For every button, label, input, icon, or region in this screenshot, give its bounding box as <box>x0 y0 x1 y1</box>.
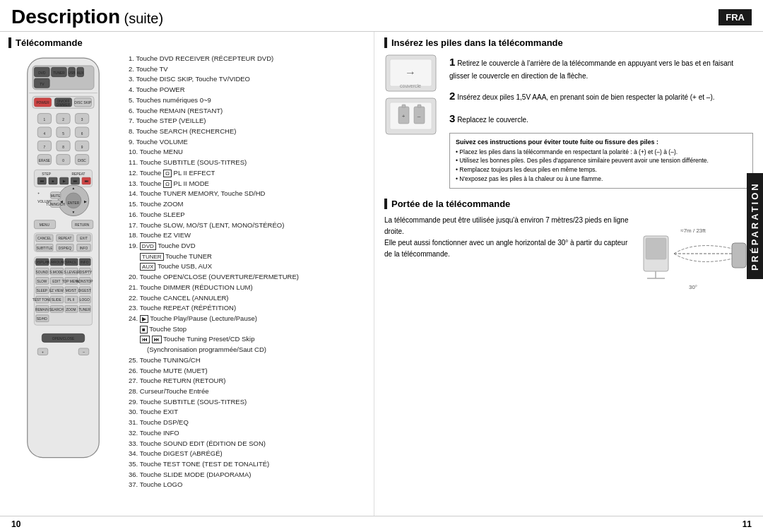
svg-text:DIGEST: DIGEST <box>78 289 91 292</box>
instruction-4: 4. Touche POWER <box>129 85 365 95</box>
svg-text:TEST TONE: TEST TONE <box>32 298 52 302</box>
svg-text:TV: TV <box>40 83 45 86</box>
svg-text:MO/ST: MO/ST <box>66 289 76 292</box>
svg-text:REPEAT: REPEAT <box>72 172 85 176</box>
instruction-19b: TUNER Touche TUNER <box>140 252 365 262</box>
battery-images: → couvercle + – <box>384 54 441 136</box>
svg-text:8: 8 <box>62 146 64 149</box>
svg-text:⏭: ⏭ <box>85 179 88 183</box>
instruction-21: 21. Touche DIMMER (RÉDUCTION LUM) <box>129 283 365 293</box>
svg-text:MUTE: MUTE <box>51 194 61 198</box>
svg-text:3: 3 <box>81 118 83 122</box>
svg-text:7: 7 <box>44 146 46 149</box>
svg-text:30°: 30° <box>689 284 697 290</box>
instruction-5: 5. Touches numériques 0~9 <box>129 95 365 106</box>
svg-text:▶: ▶ <box>84 200 87 203</box>
step1-text: 1 Retirez le couvercle à l'arrière de la… <box>449 54 753 82</box>
svg-rect-152 <box>402 105 406 107</box>
svg-text:9: 9 <box>81 146 83 149</box>
instruction-24d: (Synchronisation programmée/Saut CD) <box>147 345 365 355</box>
svg-rect-158 <box>646 238 666 259</box>
range-text-2: Elle peut aussi fonctionner avec un angl… <box>384 237 633 260</box>
svg-text:6: 6 <box>81 132 83 136</box>
warning-item-4: • N'exposez pas les piles à la chaleur o… <box>456 175 747 184</box>
instruction-10: 10. Touche MENU <box>129 147 365 158</box>
svg-text:SLEEP: SLEEP <box>37 289 48 292</box>
instruction-12: 12. Touche Ω PL II EFFECT <box>129 168 365 179</box>
svg-text:S.MODE: S.MODE <box>49 271 64 274</box>
instruction-24a: 24. ▶ Touche Play/Pause (Lecture/Pause) <box>129 314 365 324</box>
instruction-18: 18. Touche EZ VIEW <box>129 230 365 241</box>
battery-content: → couvercle + – <box>384 54 753 189</box>
step2-text: 2 Insérez deux piles 1,5V AAA, en prenan… <box>449 88 753 105</box>
remote-control-image: DVD TUNER USB AUX TV POWER <box>8 54 122 490</box>
svg-text:≈7m / 23ft: ≈7m / 23ft <box>680 227 706 234</box>
page-number-right: 11 <box>743 519 752 529</box>
svg-text:+: + <box>402 113 406 119</box>
instruction-24b: ■ Touche Stop <box>140 324 365 335</box>
svg-text:LOGO: LOGO <box>80 298 90 302</box>
svg-text:DIMMER: DIMMER <box>57 103 71 107</box>
svg-text:SLOW: SLOW <box>37 280 47 283</box>
svg-text:TUNING/CH: TUNING/CH <box>46 203 65 206</box>
svg-text:OPEN/CLOSE: OPEN/CLOSE <box>52 337 75 341</box>
range-diagram: 30° ≈7m / 23ft <box>640 215 753 292</box>
instruction-15: 15. Touche ZOOM <box>129 199 365 210</box>
svg-text:+: + <box>37 191 40 195</box>
battery-insert-illustration: + – <box>384 97 437 136</box>
instruction-32: 32. Touche INFO <box>129 428 365 439</box>
svg-text:▼: ▼ <box>72 211 76 214</box>
svg-text:SURROUND: SURROUND <box>47 261 66 264</box>
svg-text:STEP: STEP <box>42 172 51 176</box>
main-content: Télécommande DVD TUNER USB <box>0 32 763 516</box>
instruction-30: 30. Touche EXIT <box>129 407 365 418</box>
warning-item-2: • Utilisez les bonnes piles. Des piles d… <box>456 156 747 165</box>
page-title: Description (suite) <box>11 6 163 28</box>
svg-text:+: + <box>42 350 44 354</box>
step3-text: 3 Replacez le couvercle. <box>449 110 753 127</box>
svg-text:EXIT: EXIT <box>80 237 88 240</box>
instruction-17: 17. Touche SLOW, MO/ST (LENT, MONO/STÉRÉ… <box>129 220 365 231</box>
svg-text:PL II: PL II <box>67 298 74 302</box>
svg-text:SOUND: SOUND <box>36 271 49 274</box>
svg-text:INFO: INFO <box>81 261 89 264</box>
svg-text:■: ■ <box>52 179 54 183</box>
svg-text:EZ VIEW: EZ VIEW <box>49 289 64 292</box>
svg-text:⏭: ⏭ <box>73 179 77 183</box>
svg-text:2: 2 <box>62 118 64 122</box>
svg-text:4: 4 <box>44 132 46 136</box>
svg-text:CANCEL: CANCEL <box>37 237 52 240</box>
instruction-33: 33. Touche SOUND EDIT (ÉDITION DE SON) <box>129 439 365 449</box>
svg-rect-161 <box>732 243 746 268</box>
svg-text:couvercle: couvercle <box>400 83 421 88</box>
instruction-2: 2. Touche TV <box>129 64 365 75</box>
page-number-left: 10 <box>11 519 20 529</box>
instruction-37: 37. Touche LOGO <box>129 480 365 490</box>
instructions-list: 1. Touche DVD RECEIVER (RÉCEPTEUR DVD) 2… <box>129 54 365 490</box>
svg-text:SEARCH: SEARCH <box>49 308 64 312</box>
instruction-20: 20. Touche OPEN/CLOSE (OUVERTURE/FERMETU… <box>129 272 365 283</box>
instruction-31: 31. Touche DSP/EQ <box>129 418 365 428</box>
svg-text:RETURN: RETURN <box>75 223 90 227</box>
svg-text:INFO: INFO <box>80 247 88 250</box>
instruction-14: 14. Touche TUNER MEMORY, Touche SD/HD <box>129 189 365 199</box>
preparation-side-label: PRÉPARATION <box>747 173 763 279</box>
instruction-29: 29. Touche SUBTITLE (SOUS-TITRES) <box>129 397 365 408</box>
svg-text:EDIT: EDIT <box>52 280 60 283</box>
svg-rect-155 <box>418 105 421 107</box>
svg-text:REMAIN: REMAIN <box>35 308 49 312</box>
instruction-16: 16. Touche SLEEP <box>129 210 365 220</box>
svg-text:ERASE: ERASE <box>39 159 51 162</box>
svg-text:5: 5 <box>62 132 64 136</box>
svg-text:0: 0 <box>62 159 64 162</box>
svg-text:MENU: MENU <box>40 223 50 227</box>
warning-item-3: • Remplacez toujours les deux piles en m… <box>456 165 747 175</box>
warning-item-1: • Placez les piles dans la télécommande … <box>456 148 747 157</box>
range-text: La télécommande peut être utilisée jusqu… <box>384 215 633 260</box>
svg-text:–: – <box>83 350 85 354</box>
svg-text:–: – <box>418 113 421 119</box>
battery-section: Insérez les piles dans la télécommande →… <box>384 37 753 189</box>
svg-text:USB: USB <box>69 71 76 75</box>
svg-text:AUX: AUX <box>77 71 85 75</box>
battery-title: Insérez les piles dans la télécommande <box>384 37 753 48</box>
